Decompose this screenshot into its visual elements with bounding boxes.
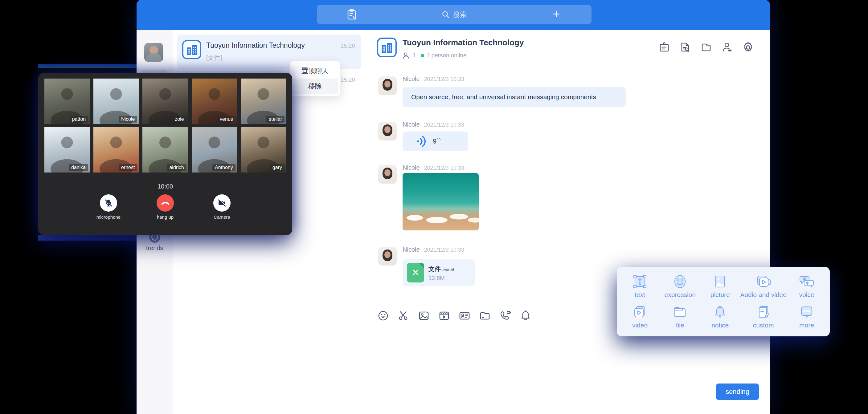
- video-tile[interactable]: Anthony: [192, 127, 237, 172]
- add-member-button[interactable]: [721, 41, 734, 54]
- panel-item-audio-video[interactable]: Audio and video: [740, 271, 786, 301]
- message-time: 2021/12/3 10:33: [424, 247, 464, 253]
- video-tile[interactable]: stellar: [241, 78, 286, 124]
- call-records-button[interactable]: [317, 5, 387, 24]
- participant-name: Nicole: [119, 116, 137, 123]
- online-status: 1 person online: [427, 52, 467, 59]
- video-call-icon[interactable]: [498, 309, 512, 322]
- send-file-icon[interactable]: [478, 309, 492, 322]
- voice-message-bubble[interactable]: 9``: [403, 131, 468, 151]
- conversation-preview: [文件]: [206, 54, 222, 62]
- message-meta: Nicole 2021/12/3 10:33: [403, 246, 464, 253]
- sender-avatar[interactable]: [378, 247, 397, 265]
- video-tile[interactable]: venus: [192, 78, 237, 124]
- video-tile[interactable]: zole: [143, 78, 188, 124]
- camera-label: Camera: [204, 214, 241, 220]
- conversation-time: 15:20: [340, 76, 355, 83]
- notice-bell-icon: [713, 305, 727, 319]
- camera-toggle-button[interactable]: [213, 194, 230, 212]
- panel-item-file[interactable]: file: [660, 301, 700, 332]
- message-time: 2021/12/3 10:33: [424, 165, 464, 171]
- microphone-control: microphone: [90, 194, 127, 220]
- screenshot-scissors-icon[interactable]: [397, 309, 410, 322]
- group-files-button[interactable]: [700, 41, 713, 54]
- sender-avatar[interactable]: [378, 165, 397, 184]
- conversation-time: 15:20: [340, 42, 355, 49]
- chat-history-search-button[interactable]: [679, 41, 692, 54]
- expression-icon: [673, 274, 687, 289]
- excel-file-icon: ✕: [407, 263, 424, 283]
- panel-item-video[interactable]: video: [620, 301, 660, 332]
- file-message-card[interactable]: ✕ 文件.excel 12.8M: [403, 259, 475, 286]
- panel-item-picture[interactable]: picture: [700, 271, 740, 301]
- message-time: 2021/12/3 10:33: [424, 76, 464, 83]
- notice-bell-icon[interactable]: [519, 309, 532, 322]
- menu-item-pin-chat[interactable]: 置顶聊天: [291, 63, 338, 78]
- panel-item-custom[interactable]: custom: [740, 301, 786, 332]
- hangup-label: hang up: [147, 214, 184, 220]
- chat-header: Tuoyun Information Technology 1 1 person…: [367, 30, 770, 65]
- message-meta: Nicole 2021/12/3 10:33: [403, 164, 464, 171]
- panel-item-text[interactable]: text: [620, 271, 660, 301]
- video-call-window: patton Nicole zole venus stellar danika …: [38, 73, 292, 235]
- top-bar: 搜索 +: [136, 0, 770, 30]
- file-icon: [673, 305, 687, 319]
- hang-up-button[interactable]: [157, 194, 174, 212]
- video-tile[interactable]: gary: [241, 127, 286, 172]
- file-ext: .excel: [442, 267, 454, 272]
- backdrop-glow-strip: [38, 66, 136, 68]
- participant-name: ernest: [119, 164, 137, 171]
- input-toolbar: [376, 309, 532, 322]
- participant-name: gary: [270, 164, 284, 171]
- file-name: 文件.excel: [429, 265, 454, 273]
- plus-icon: +: [553, 8, 560, 20]
- panel-item-notice[interactable]: notice: [700, 301, 740, 332]
- video-tile[interactable]: ernest: [93, 127, 139, 172]
- send-video-icon[interactable]: [437, 309, 451, 322]
- message-type-panel: text expression picture Audio and video: [617, 267, 830, 337]
- online-dot: [421, 54, 424, 57]
- custom-icon: [756, 305, 771, 319]
- text-icon: [632, 274, 647, 289]
- participant-name: zole: [172, 116, 186, 123]
- voice-icon: [799, 274, 815, 289]
- sender-name: Nicole: [403, 246, 420, 253]
- emoji-icon[interactable]: [376, 309, 390, 322]
- video-tile[interactable]: patton: [44, 78, 90, 124]
- send-button[interactable]: sending: [716, 383, 759, 400]
- sender-name: Nicole: [403, 164, 420, 171]
- panel-item-voice[interactable]: voice: [786, 271, 827, 301]
- image-message-beach-photo[interactable]: [403, 173, 479, 230]
- video-icon: [632, 305, 647, 319]
- more-icon: [799, 305, 814, 319]
- group-building-icon: [182, 40, 202, 59]
- sender-avatar[interactable]: [378, 122, 397, 140]
- group-notice-button[interactable]: [658, 41, 671, 54]
- video-tile[interactable]: danika: [44, 127, 90, 172]
- send-image-icon[interactable]: [417, 309, 431, 322]
- group-building-icon: [377, 37, 397, 58]
- message-meta: Nicole 2021/12/3 10:33: [403, 75, 464, 83]
- participant-name: patton: [70, 116, 88, 123]
- backdrop-glow-strip: [38, 235, 136, 241]
- add-button[interactable]: +: [521, 5, 591, 24]
- video-tile[interactable]: aldrich: [143, 127, 188, 172]
- message-meta: Nicole 2021/12/3 10:33: [403, 121, 464, 128]
- voice-wave-icon: [416, 135, 427, 148]
- menu-item-remove[interactable]: 移除: [291, 78, 338, 94]
- video-tile[interactable]: Nicole: [93, 78, 139, 124]
- search-input[interactable]: 搜索: [387, 5, 521, 24]
- panel-item-more[interactable]: more: [786, 301, 827, 332]
- contact-card-icon[interactable]: [458, 309, 471, 322]
- settings-gear-icon[interactable]: [742, 41, 754, 54]
- microphone-mute-button[interactable]: [100, 194, 117, 212]
- file-size: 12.8M: [429, 275, 445, 282]
- sender-avatar[interactable]: [378, 76, 397, 95]
- participant-name: venus: [217, 116, 236, 123]
- voice-duration: 9``: [433, 137, 441, 146]
- chat-title: Tuoyun Information Technology: [403, 38, 524, 47]
- panel-item-expression[interactable]: expression: [660, 271, 700, 301]
- microphone-label: microphone: [90, 214, 127, 220]
- current-user-avatar[interactable]: [144, 43, 163, 62]
- search-icon: [442, 10, 450, 19]
